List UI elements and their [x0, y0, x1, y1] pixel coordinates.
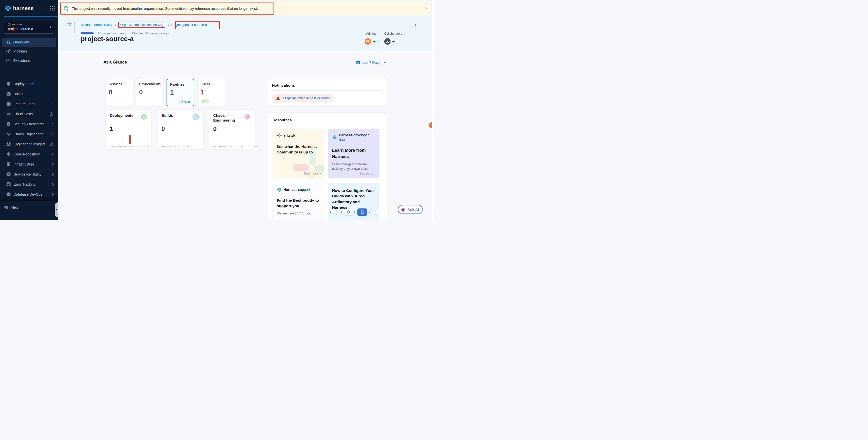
brand-bold: Harness [339, 133, 352, 137]
metric-title: Chaos Engineering [213, 113, 241, 123]
sidebar-item-overview[interactable]: Overview [2, 38, 56, 47]
project-selector-label: PROJECT [12, 23, 25, 26]
notifications-heading: Notifications [272, 83, 382, 87]
sidebar-item-feature-flags[interactable]: Feature Flags [2, 99, 56, 109]
resource-card-support[interactable]: Harnesssupport Find the Best buddy to su… [273, 183, 324, 220]
project-people: Admins Collaborators VS [364, 32, 404, 45]
chevron-right-icon [51, 133, 54, 135]
sidebar-scroll-fade [0, 196, 58, 201]
harness-logo-icon [4, 5, 11, 12]
ask-ai-button[interactable]: Ask AI [398, 205, 423, 214]
stat-card-environments[interactable]: Environments 0 [136, 79, 163, 106]
sidebar-item-executions[interactable]: Executions [2, 56, 56, 65]
metric-caption: BUILDS IN LAST 7 DAYS [161, 145, 191, 148]
help-button[interactable]: ? Help [4, 205, 19, 210]
date-range-selector[interactable]: Last 7 Days [355, 60, 386, 65]
chaos-sparkline [214, 135, 236, 144]
breadcrumb-project[interactable]: Project: project-source-a [171, 23, 207, 27]
admins-label: Admins [366, 32, 376, 35]
chaos-metric-icon [244, 113, 251, 120]
ai-robot-icon [401, 207, 406, 212]
sidebar-item-pipelines[interactable]: Pipelines [2, 47, 56, 56]
chaos-engineering-icon [6, 132, 11, 136]
kebab-menu-icon[interactable] [414, 23, 417, 29]
see-more-link[interactable]: See more [360, 171, 376, 175]
collaborators-label: Collaborators [384, 32, 402, 35]
infrastructure-icon [6, 162, 11, 166]
chevron-right-icon [51, 173, 54, 176]
sidebar-item-infrastructure[interactable]: Infrastructure [2, 159, 56, 169]
resource-card-developer-hub[interactable]: Harnessdeveloper hub Learn More from Har… [328, 129, 379, 178]
slack-icon [277, 133, 282, 138]
chevron-right-icon [51, 93, 54, 95]
collapse-arrow-icon [56, 209, 57, 211]
stat-value: 1 [170, 89, 191, 96]
executions-icon [6, 59, 10, 63]
stat-card-services[interactable]: Services 0 [105, 79, 133, 106]
sidebar: harness PROJECT project-source-a Overvie… [0, 0, 58, 220]
svg-text:</>: </> [7, 153, 10, 155]
sidebar-item-security-orchestration[interactable]: Security Orchestrat... [2, 119, 56, 129]
chevron-right-icon [114, 24, 116, 26]
sidebar-item-label: Code Repository [13, 152, 40, 156]
project-selector[interactable]: PROJECT project-source-a [4, 21, 54, 34]
page-header: This project was recently moved from ano… [58, 0, 434, 51]
breadcrumb-account[interactable]: Account: harness-dev [81, 23, 112, 27]
feature-flags-icon [6, 102, 11, 106]
deployments-icon: ∞ [6, 82, 11, 86]
breadcrumb: Account: harness-dev Organization: Desti… [81, 22, 207, 28]
sidebar-item-builds[interactable]: Builds [2, 89, 56, 99]
favorite-star-icon[interactable] [67, 22, 72, 28]
resource-card-slack[interactable]: slack See what the Harness Community is … [273, 129, 324, 178]
chevron-right-icon [319, 172, 321, 174]
add-collaborator-button[interactable] [390, 38, 397, 45]
pipeline-failed-alert[interactable]: 1 Pipeline failed in past 24 hours [272, 94, 334, 102]
person-icon [385, 39, 390, 43]
add-admin-button[interactable] [371, 38, 378, 45]
breadcrumb-organization[interactable]: Organization: Destination Org [118, 22, 165, 28]
sidebar-item-engineering-insights[interactable]: Engineering Insights [2, 139, 56, 149]
banner-close-icon[interactable]: × [425, 6, 428, 10]
project-color-pill[interactable] [81, 32, 94, 34]
metric-card-chaos-engineering[interactable]: Chaos Engineering 0 EXPERIMENT RUNS IN L… [209, 109, 255, 150]
brand-bold: Harness [284, 188, 298, 192]
view-all-link[interactable]: View all [181, 100, 191, 104]
see-more-link[interactable]: See more [304, 171, 320, 175]
notifications-panel: Notifications 1 Pipeline failed in past … [267, 79, 387, 106]
brand-name: harness [13, 5, 34, 11]
sidebar-item-label: Overview [13, 40, 29, 44]
svg-text:?: ? [5, 206, 6, 208]
stat-card-pipelines[interactable]: Pipelines 1 View all [166, 79, 194, 106]
sidebar-item-chaos-engineering[interactable]: Chaos Engineering [2, 129, 56, 139]
metric-value: 0 [161, 125, 165, 132]
users-delta-badge: + 1 [201, 99, 209, 103]
stat-label: Pipelines [170, 83, 191, 86]
resource-headline: Find the Best buddy to support you [277, 198, 320, 209]
sidebar-collapse-handle[interactable] [55, 202, 58, 217]
sidebar-item-deployments[interactable]: ∞ Deployments [2, 79, 56, 89]
alert-link: 1 Pipeline failed in past 24 hours [282, 96, 330, 100]
sidebar-item-code-repository[interactable]: </> Code Repository [2, 149, 56, 159]
caret-down-icon [383, 62, 386, 63]
sidebar-item-cloud-costs[interactable]: $ Cloud Costs [2, 109, 56, 119]
warning-icon [276, 96, 280, 100]
sidebar-item-label: Builds [13, 92, 23, 96]
sidebar-item-error-tracking[interactable]: Error Tracking [2, 179, 56, 189]
moved-project-banner: This project was recently moved from ano… [60, 1, 431, 16]
stat-label: Services [109, 82, 130, 86]
harness-logo-icon [332, 135, 337, 140]
metric-card-builds[interactable]: Builds 0 BUILDS IN LAST 7 DAYS [157, 109, 204, 150]
help-chat-icon: ? [4, 205, 9, 210]
stat-card-users[interactable]: Users 1 + 1 [197, 79, 225, 106]
sidebar-item-service-reliability[interactable]: Service Reliability [2, 169, 56, 179]
scrollbar-track[interactable] [432, 0, 434, 220]
engineering-insights-icon [6, 142, 11, 147]
app-switcher-icon[interactable] [50, 6, 55, 10]
sidebar-footer: ? Help [0, 201, 58, 220]
sidebar-item-label: Error Tracking [13, 182, 36, 186]
ask-ai-label: Ask AI [407, 208, 419, 212]
service-reliability-icon [6, 172, 11, 177]
resource-card-jfrog-tutorial[interactable]: How to Configure Your Builds with JFrog … [328, 183, 379, 220]
error-tracking-icon [6, 182, 11, 187]
metric-card-deployments[interactable]: Deployments ∞ 1 DEPLOYMENTS IN LAST 7 DA… [105, 109, 152, 150]
